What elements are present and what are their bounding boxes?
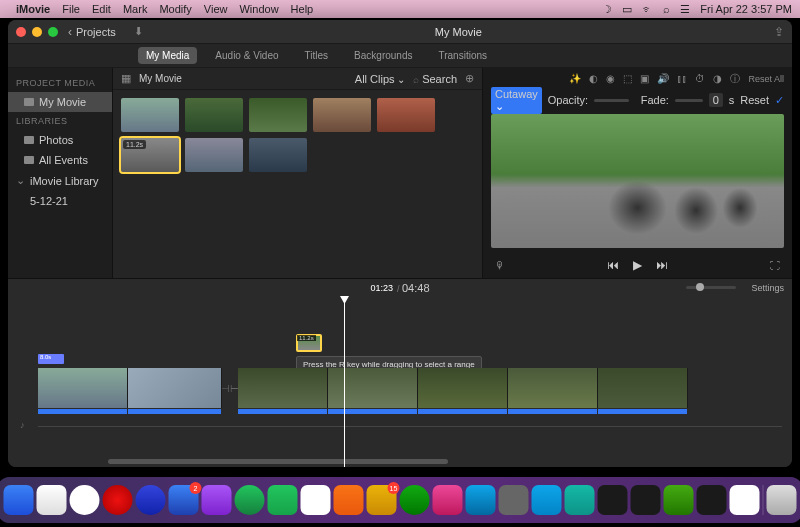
sidebar-item[interactable]: Photos: [8, 130, 112, 150]
media-thumbnail[interactable]: [377, 98, 435, 132]
dock-item[interactable]: [433, 485, 463, 515]
menu-help[interactable]: Help: [291, 3, 314, 15]
timeline-clip[interactable]: [598, 368, 688, 408]
close-button[interactable]: [16, 27, 26, 37]
sidebar-item[interactable]: 5-12-21: [8, 191, 112, 211]
control-center-icon[interactable]: ☰: [680, 3, 690, 16]
fade-slider[interactable]: [675, 99, 703, 102]
opacity-slider[interactable]: [594, 99, 629, 102]
timeline-clip[interactable]: [238, 368, 328, 408]
media-thumbnail[interactable]: [249, 98, 307, 132]
timeline-scrollbar[interactable]: [108, 459, 448, 464]
clock[interactable]: Fri Apr 22 3:57 PM: [700, 3, 792, 15]
fade-value[interactable]: 0: [709, 93, 723, 107]
browser-settings-icon[interactable]: ⊕: [465, 72, 474, 85]
dock-item[interactable]: [4, 485, 34, 515]
apply-check-icon[interactable]: ✓: [775, 94, 784, 107]
sidebar-my-movie[interactable]: My Movie: [8, 92, 112, 112]
tab-backgrounds[interactable]: Backgrounds: [346, 47, 420, 64]
media-thumbnail[interactable]: [313, 98, 371, 132]
timeline-clip[interactable]: [508, 368, 598, 408]
search-icon[interactable]: ⌕: [663, 3, 670, 15]
dock-item[interactable]: [334, 485, 364, 515]
dnd-icon[interactable]: ☽: [602, 3, 612, 16]
overlay-clip[interactable]: 11.2s: [296, 334, 322, 352]
sidebar-item[interactable]: ⌄ iMovie Library: [8, 170, 112, 191]
media-thumbnail[interactable]: [185, 98, 243, 132]
back-icon[interactable]: ‹: [68, 25, 72, 39]
minimize-button[interactable]: [32, 27, 42, 37]
app-menu[interactable]: iMovie: [16, 3, 50, 15]
color-correction-icon[interactable]: ◉: [606, 73, 615, 84]
timeline-settings-button[interactable]: Settings: [751, 283, 784, 293]
dock-item[interactable]: [400, 485, 430, 515]
dock-item[interactable]: 2: [169, 485, 199, 515]
color-balance-icon[interactable]: ◐: [589, 73, 598, 84]
menu-edit[interactable]: Edit: [92, 3, 111, 15]
dock-item[interactable]: [466, 485, 496, 515]
menu-modify[interactable]: Modify: [159, 3, 191, 15]
stabilize-icon[interactable]: ▣: [640, 73, 649, 84]
info-icon[interactable]: ⓘ: [730, 72, 740, 86]
tab-titles[interactable]: Titles: [297, 47, 337, 64]
speed-icon[interactable]: ⏱: [695, 73, 705, 84]
crop-icon[interactable]: ⬚: [623, 73, 632, 84]
filter-dropdown[interactable]: All Clips ⌄: [355, 73, 406, 85]
dock-item[interactable]: [565, 485, 595, 515]
dock-item[interactable]: [37, 485, 67, 515]
menu-view[interactable]: View: [204, 3, 228, 15]
dock-item[interactable]: [202, 485, 232, 515]
media-thumbnail[interactable]: [121, 98, 179, 132]
dock-item[interactable]: [767, 485, 797, 515]
media-thumbnail[interactable]: 11.2s: [121, 138, 179, 172]
wifi-icon[interactable]: ᯤ: [642, 3, 653, 15]
tab-my-media[interactable]: My Media: [138, 47, 197, 64]
voiceover-icon[interactable]: 🎙: [495, 260, 505, 271]
noise-icon[interactable]: ⫿⫿: [677, 73, 687, 84]
list-view-icon[interactable]: ▦: [121, 72, 131, 85]
dock-item[interactable]: [631, 485, 661, 515]
tab-transitions[interactable]: Transitions: [430, 47, 495, 64]
enhance-icon[interactable]: ✨: [569, 73, 581, 84]
timeline[interactable]: 11.2s Press the R key while dragging to …: [8, 296, 792, 467]
dock-item[interactable]: [664, 485, 694, 515]
fullscreen-icon[interactable]: ⛶: [770, 260, 780, 271]
dock-item[interactable]: [532, 485, 562, 515]
overlay-type-dropdown[interactable]: Cutaway ⌄: [491, 87, 542, 114]
video-track[interactable]: ⊣⊢: [38, 368, 782, 408]
transition-gap[interactable]: ⊣⊢: [222, 368, 238, 408]
volume-icon[interactable]: 🔊: [657, 73, 669, 84]
timeline-clip[interactable]: [328, 368, 418, 408]
media-thumbnail[interactable]: [185, 138, 243, 172]
timeline-marker[interactable]: 8.0s: [38, 354, 64, 364]
dock-item[interactable]: [499, 485, 529, 515]
preview-canvas[interactable]: [491, 114, 784, 248]
menu-mark[interactable]: Mark: [123, 3, 147, 15]
dock-item[interactable]: [268, 485, 298, 515]
media-thumbnail[interactable]: [249, 138, 307, 172]
next-button[interactable]: ⏭: [656, 258, 668, 272]
dock-item[interactable]: [235, 485, 265, 515]
sidebar-item[interactable]: All Events: [8, 150, 112, 170]
audio-track[interactable]: [38, 426, 782, 427]
dock-item[interactable]: [301, 485, 331, 515]
zoom-button[interactable]: [48, 27, 58, 37]
import-icon[interactable]: ⬇: [134, 25, 143, 38]
menu-file[interactable]: File: [62, 3, 80, 15]
reset-button[interactable]: Reset: [740, 94, 769, 106]
filter-icon[interactable]: ◑: [713, 73, 722, 84]
play-button[interactable]: ▶: [633, 258, 642, 272]
search-input[interactable]: ⌕ Search: [413, 73, 457, 85]
zoom-slider[interactable]: [686, 286, 736, 289]
playhead[interactable]: [344, 296, 345, 467]
dock-item[interactable]: 15: [367, 485, 397, 515]
dock-item[interactable]: [598, 485, 628, 515]
reset-all-button[interactable]: Reset All: [748, 74, 784, 84]
share-icon[interactable]: ⇪: [774, 25, 784, 39]
menu-window[interactable]: Window: [239, 3, 278, 15]
dock-item[interactable]: [697, 485, 727, 515]
dock-item[interactable]: [103, 485, 133, 515]
tab-audio-video[interactable]: Audio & Video: [207, 47, 286, 64]
prev-button[interactable]: ⏮: [607, 258, 619, 272]
battery-icon[interactable]: ▭: [622, 3, 632, 16]
